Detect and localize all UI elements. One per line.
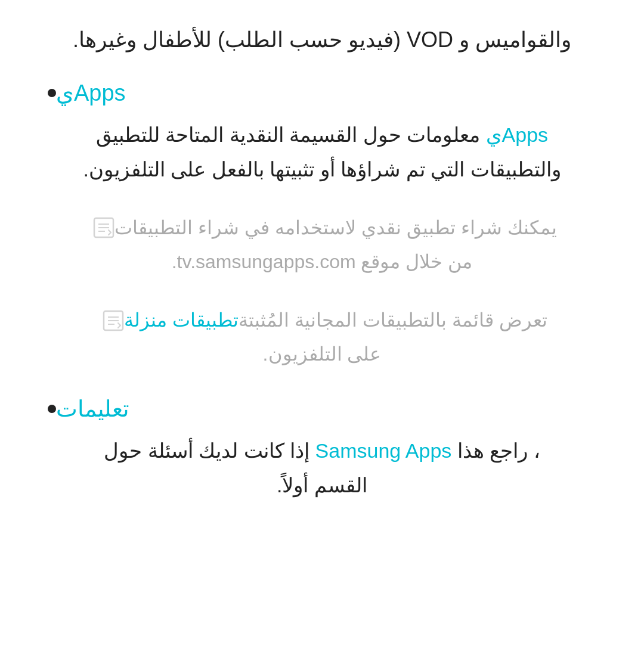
- note1-first-line: يمكنك شراء تطبيق نقدي لاستخدامه في شراء …: [36, 211, 608, 246]
- note1-text-line1: يمكنك شراء تطبيق نقدي لاستخدامه في شراء …: [114, 211, 556, 246]
- note2-line1-rest: تعرض قائمة بالتطبيقات المجانية المُثبتة: [239, 303, 547, 338]
- bullet-apps-label: Appsي: [56, 80, 126, 106]
- description-apps: Appsي معلومات حول القسيمة النقدية المتاح…: [36, 118, 608, 187]
- final-line1-rest: ، راجع هذا: [457, 439, 540, 462]
- note-icon-1: [93, 217, 114, 238]
- final-line2: القسم أولاً.: [277, 474, 367, 496]
- final-apps-label: Samsung Apps: [315, 439, 452, 462]
- bullet-dot-2: [48, 405, 56, 413]
- bullet-instructions-label: تعليمات: [56, 396, 129, 422]
- note-entry-2: تعرض قائمة بالتطبيقات المجانية المُثبتة …: [36, 303, 608, 372]
- note2-line2: على التلفزيون.: [36, 337, 608, 372]
- note-entry-1: يمكنك شراء تطبيق نقدي لاستخدامه في شراء …: [36, 211, 608, 280]
- final-line1-pre: إذا كانت لديك أسئلة حول: [104, 439, 309, 462]
- final-description: ، راجع هذا Samsung Apps إذا كانت لديك أس…: [36, 434, 608, 503]
- desc1-line1-rest: معلومات حول القسيمة النقدية المتاحة للتط…: [96, 123, 480, 146]
- note2-label: تطبيقات منزلة: [124, 303, 239, 338]
- note-icon-2: [103, 310, 124, 331]
- bullet-item-instructions: تعليمات: [36, 396, 608, 422]
- note1-line2: من خلال موقع tv.samsungapps.com.: [36, 245, 608, 280]
- desc1-apps: Appsي: [486, 123, 549, 146]
- desc1-line2: والتطبيقات التي تم شراؤها أو تثبيتها بال…: [83, 158, 561, 181]
- note2-first-line: تعرض قائمة بالتطبيقات المجانية المُثبتة …: [36, 303, 608, 338]
- bullet-dot-1: [48, 89, 56, 97]
- bullet-item-apps: Appsي: [36, 80, 608, 106]
- page-container: والقواميس و VOD (فيديو حسب الطلب) للأطفا…: [36, 24, 608, 503]
- top-line: والقواميس و VOD (فيديو حسب الطلب) للأطفا…: [36, 24, 608, 56]
